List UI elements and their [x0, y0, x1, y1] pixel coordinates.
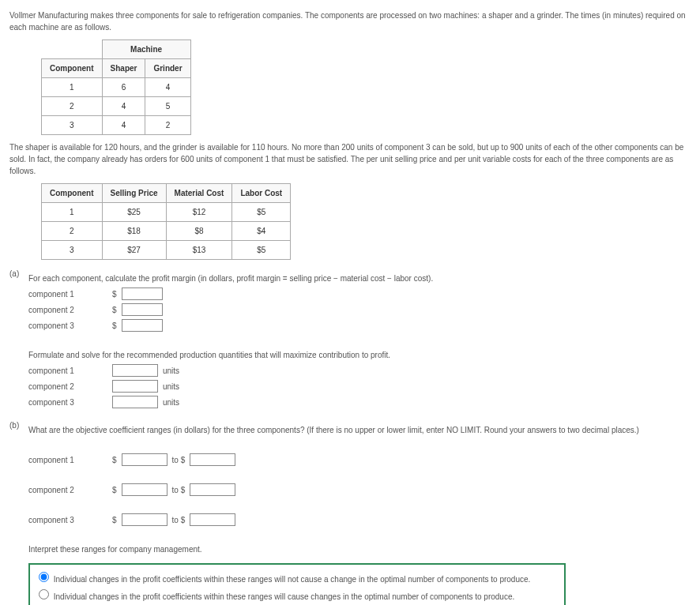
- input-comp2-lower[interactable]: [122, 483, 167, 496]
- header-component: Component: [42, 59, 103, 78]
- table-row: 1 $25 $12 $5: [42, 203, 291, 222]
- label-comp2-margin: component 2: [28, 306, 107, 314]
- label-comp3-qty: component 3: [28, 398, 107, 407]
- label-comp1-qty: component 1: [28, 366, 107, 375]
- input-comp1-qty[interactable]: [112, 364, 158, 377]
- input-comp2-margin[interactable]: [122, 303, 163, 316]
- dollar-sign: $: [112, 516, 117, 524]
- machine-times-table: Machine Component Shaper Grinder 1 6 4 2…: [41, 39, 191, 135]
- label-comp3-margin: component 3: [28, 321, 107, 330]
- input-comp3-lower[interactable]: [122, 513, 167, 526]
- table-row: 2 4 5: [42, 97, 191, 116]
- units-label: units: [163, 398, 179, 407]
- dollar-sign: $: [112, 486, 117, 494]
- label-comp2-range: component 2: [28, 486, 107, 494]
- dollar-sign: $: [112, 290, 117, 299]
- interpret-choices-box: Individual changes in the profit coeffic…: [28, 563, 566, 605]
- dollar-sign: $: [112, 321, 117, 330]
- header-labor: Labor Cost: [232, 184, 291, 203]
- part-b-question: What are the objective coefficient range…: [28, 424, 691, 436]
- problem-intro-2: The shaper is available for 120 hours, a…: [9, 141, 691, 177]
- table-row: 2 $18 $8 $4: [42, 222, 291, 241]
- radio-option-1[interactable]: [39, 572, 49, 582]
- table-row: 3 4 2: [42, 116, 191, 135]
- dollar-sign: $: [112, 306, 117, 314]
- interpret-option-2[interactable]: Individual changes in the profit coeffic…: [35, 587, 559, 603]
- input-comp2-upper[interactable]: [190, 483, 235, 496]
- label-comp1-margin: component 1: [28, 290, 107, 299]
- input-comp1-upper[interactable]: [190, 453, 235, 466]
- header-shaper: Shaper: [102, 59, 145, 78]
- interpret-prompt: Interpret these ranges for company manag…: [28, 543, 691, 555]
- header-component-2: Component: [42, 184, 103, 203]
- header-material: Material Cost: [166, 184, 232, 203]
- radio-option-2[interactable]: [39, 589, 49, 599]
- dollar-sign: $: [112, 456, 117, 464]
- input-comp3-qty[interactable]: [112, 396, 158, 408]
- to-dollar: to $: [172, 486, 186, 494]
- problem-intro-1: Vollmer Manufacturing makes three compon…: [9, 9, 691, 33]
- input-comp3-margin[interactable]: [122, 319, 163, 332]
- to-dollar: to $: [172, 516, 186, 524]
- part-a-question-1: For each component, calculate the profit…: [28, 272, 691, 284]
- header-grinder: Grinder: [145, 59, 190, 78]
- part-b-label: (b): [9, 421, 28, 605]
- input-comp2-qty[interactable]: [112, 380, 158, 393]
- label-comp1-range: component 1: [28, 456, 107, 464]
- units-label: units: [163, 382, 179, 391]
- part-a-label: (a): [9, 269, 28, 411]
- cost-table: Component Selling Price Material Cost La…: [41, 183, 291, 260]
- part-a-question-2: Formulate and solve for the recommended …: [28, 349, 691, 361]
- header-machine: Machine: [102, 40, 190, 59]
- input-comp3-upper[interactable]: [190, 513, 235, 526]
- interpret-option-1[interactable]: Individual changes in the profit coeffic…: [35, 569, 559, 585]
- label-comp2-qty: component 2: [28, 382, 107, 391]
- input-comp1-lower[interactable]: [122, 453, 167, 466]
- input-comp1-margin[interactable]: [122, 287, 163, 300]
- table-row: 3 $27 $13 $5: [42, 241, 291, 260]
- table-row: 1 6 4: [42, 78, 191, 97]
- units-label: units: [163, 366, 179, 375]
- label-comp3-range: component 3: [28, 516, 107, 524]
- to-dollar: to $: [172, 456, 186, 464]
- header-price: Selling Price: [102, 184, 166, 203]
